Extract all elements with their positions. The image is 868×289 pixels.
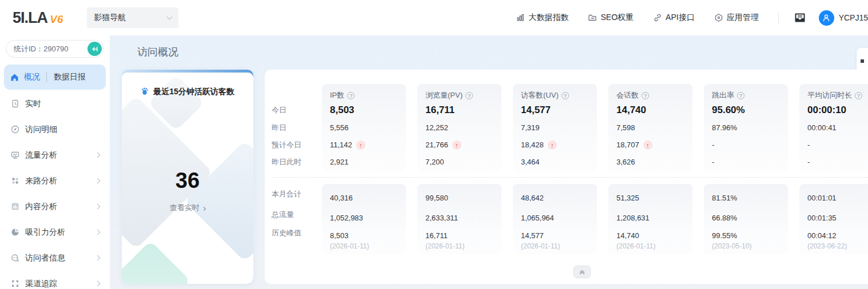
sidebar-item-label: 渠道追踪: [25, 279, 57, 289]
metric-same-time: 7,200: [425, 154, 501, 171]
metric-card-pv-history: 99,580 2,633,311 16,711 (2026-01-11): [417, 184, 501, 254]
metric-columns-bottom: 40,316 1,052,983 8,503 (2026-01-11) 99,5…: [322, 184, 868, 254]
metric-peak: 99.55%: [712, 230, 788, 242]
metric-peak-date: (2023-06-22): [807, 242, 868, 251]
row-label: 总流量: [272, 204, 321, 224]
realtime-card-title: 最近15分钟活跃访客数: [153, 87, 234, 97]
sidebar-item-referrer-analysis[interactable]: 来路分析: [0, 168, 110, 194]
help-icon[interactable]: [562, 92, 569, 99]
nav-bigdata-index[interactable]: 大数据指数: [516, 13, 568, 23]
help-icon[interactable]: [347, 92, 355, 99]
help-icon[interactable]: [642, 92, 649, 99]
metric-forecast: -: [712, 137, 714, 154]
sidebar-item-traffic-analysis[interactable]: 流量分析: [0, 142, 110, 168]
nav-label: API接口: [666, 13, 695, 23]
row-label: 本月合计: [272, 184, 321, 204]
logo-brand: 5I.LA: [13, 9, 47, 27]
metric-same-time: -: [807, 154, 868, 171]
decor-diamond: [122, 240, 191, 284]
row-labels-bottom: 本月合计 总流量 历史峰值: [272, 184, 321, 242]
metric-all-time-total: 1,065,964: [521, 208, 597, 228]
username[interactable]: YCPJ15: [839, 13, 868, 22]
footprint-icon: [141, 86, 149, 97]
sidebar-item-attraction-analysis[interactable]: 吸引力分析: [0, 219, 110, 245]
metric-yesterday: 7,598: [616, 119, 692, 137]
nav-seo-weight[interactable]: SEO权重: [588, 13, 634, 23]
metric-same-time: 3,626: [616, 154, 692, 171]
folder-icon: [588, 13, 597, 22]
sidebar-item-channel-tracking[interactable]: 渠道追踪: [0, 271, 110, 289]
help-icon[interactable]: [855, 92, 862, 99]
sidebar-item-visitor-info[interactable]: 访问者信息: [0, 245, 110, 271]
sidebar-item-content-analysis[interactable]: 内容分析: [0, 194, 110, 219]
double-chevron-up-icon: [579, 268, 586, 275]
collapse-panel-button[interactable]: [574, 266, 591, 278]
sidebar-item-label: 概况: [24, 72, 40, 82]
chevron-right-icon: [95, 178, 101, 184]
metric-card-sessions: 会话数 14,740 7,598 18,707 3,626: [608, 84, 692, 171]
pie-chart-icon: [10, 228, 19, 236]
site-selector-dropdown[interactable]: 影猫导航: [87, 7, 178, 28]
edge-button-icon: [861, 59, 864, 63]
sidebar-item-label: 来路分析: [25, 176, 57, 186]
inbox-icon[interactable]: [794, 12, 806, 23]
sidebar-item-overview[interactable]: 概况 数据日报: [4, 65, 106, 90]
metric-forecast: 18,428: [521, 137, 544, 154]
help-icon[interactable]: [737, 92, 744, 99]
logo[interactable]: 5I.LA V6: [13, 9, 63, 27]
metric-all-time-total: 1,208,631: [616, 208, 692, 228]
metric-forecast: 21,766: [425, 137, 448, 154]
row-label: 昨日此时: [272, 154, 321, 171]
metric-today: 14,577: [521, 101, 597, 119]
metric-card-avg-duration: 平均访问时长 00:00:10 00:00:41 - -: [799, 84, 868, 171]
site-selector-value: 影猫导航: [94, 13, 126, 23]
sidebar-item-daily-report[interactable]: 数据日报: [46, 72, 86, 82]
nav-label: 应用管理: [727, 13, 759, 23]
chevron-right-icon: [202, 207, 206, 211]
metric-month-total: 51,325: [616, 188, 692, 208]
compass-icon: [10, 125, 19, 134]
sidebar-item-label: 流量分析: [25, 150, 57, 160]
metric-card-bounce-history: 81.51% 66.88% 99.55% (2023-05-10): [704, 184, 788, 254]
user-avatar[interactable]: [819, 10, 834, 26]
stat-id-pill: 统计ID：290790: [6, 40, 104, 58]
monitor-icon: [10, 151, 19, 159]
metric-peak: 14,740: [616, 230, 692, 242]
metric-month-total: 81.51%: [712, 188, 788, 208]
metric-yesterday: 87.96%: [712, 119, 788, 137]
sidebar-item-visit-details[interactable]: 访问明细: [0, 117, 110, 142]
metric-card-pv: 浏览量(PV) 16,711 12,252 21,766 7,200: [417, 84, 501, 171]
cube-icon: [714, 13, 723, 22]
metric-month-total: 48,642: [521, 188, 597, 208]
metric-month-total: 40,316: [330, 188, 406, 208]
realtime-visitors-card: 最近15分钟活跃访客数 36 查看实时: [122, 70, 253, 284]
metric-peak-date: (2026-01-11): [521, 242, 597, 251]
metric-peak: 8,503: [330, 230, 406, 242]
visit-overview-panel: 今日 昨日 预计今日 昨日此时 IP数 8,503 5,556 11,142 2…: [265, 70, 868, 284]
realtime-visitor-count: 36: [122, 168, 253, 193]
sidebar-item-label: 吸引力分析: [25, 227, 65, 238]
metric-today: 8,503: [330, 101, 406, 119]
collapse-sidebar-button[interactable]: [87, 42, 102, 56]
nav-api[interactable]: API接口: [653, 13, 695, 23]
sidebar-item-label: 内容分析: [25, 202, 57, 212]
help-icon[interactable]: [465, 92, 473, 99]
top-bar: 5I.LA V6 影猫导航 大数据指数 SEO权重 API接口 应用管理 YCP…: [0, 0, 868, 35]
stat-id-label: 统计ID：290790: [14, 44, 68, 54]
section-divider: [272, 177, 868, 178]
metric-month-total: 00:01:01: [807, 188, 868, 208]
view-realtime-link[interactable]: 查看实时: [122, 203, 253, 213]
sidebar-item-label: 实时: [25, 99, 41, 109]
metric-today: 14,740: [616, 101, 692, 119]
row-label: 今日: [272, 101, 321, 119]
sidebar-item-realtime[interactable]: 实时: [0, 91, 110, 117]
chevron-right-icon: [95, 281, 101, 287]
chevron-right-icon: [95, 255, 101, 261]
metric-header: 访客数(UV): [521, 90, 559, 101]
metric-yesterday: 00:00:41: [807, 119, 868, 137]
metric-same-time: 2,921: [330, 154, 406, 171]
nav-app-management[interactable]: 应用管理: [714, 13, 759, 23]
metric-today: 00:00:10: [807, 101, 868, 119]
metric-card-uv-history: 48,642 1,065,964 14,577 (2026-01-11): [513, 184, 597, 254]
metric-peak-date: (2026-01-11): [425, 242, 501, 251]
